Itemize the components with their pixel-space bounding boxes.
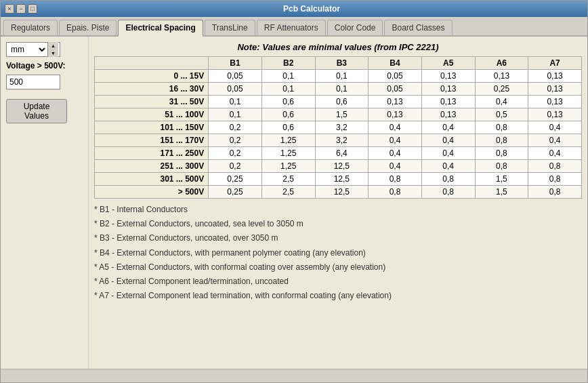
value-cell: 6,4 [315, 147, 369, 160]
table-row: 0 ... 15V0,050,10,10,050,130,130,13 [95, 70, 582, 83]
value-cell: 0,2 [209, 160, 262, 173]
window: × − □ Pcb Calculator Regulators Epais. P… [0, 0, 588, 383]
range-cell: 51 ... 100V [95, 108, 209, 121]
content-area: mm inch ▲ ▼ Voltage > 500V: Update Value… [1, 37, 587, 369]
range-cell: 16 ... 30V [95, 83, 209, 96]
close-button[interactable]: × [5, 4, 14, 14]
value-cell: 0,4 [421, 147, 475, 160]
unit-select-input[interactable]: mm inch [7, 44, 47, 55]
value-cell: 0,25 [475, 83, 528, 96]
col-header-range [95, 57, 209, 70]
value-cell: 0,8 [369, 186, 422, 199]
value-cell: 0,4 [475, 96, 528, 108]
value-cell: 0,4 [421, 160, 475, 173]
range-cell: 31 ... 50V [95, 96, 209, 108]
table-row: 31 ... 50V0,10,60,60,130,130,40,13 [95, 96, 582, 108]
table-row: 301 ... 500V0,252,512,50,80,81,50,8 [95, 173, 582, 186]
value-cell: 1,5 [475, 186, 528, 199]
value-cell: 0,8 [475, 121, 528, 134]
value-cell: 0,8 [528, 173, 582, 186]
value-cell: 0,13 [528, 108, 582, 121]
range-cell: 101 ... 150V [95, 121, 209, 134]
value-cell: 0,4 [369, 134, 422, 147]
range-cell: 151 ... 170V [95, 134, 209, 147]
value-cell: 2,5 [261, 173, 315, 186]
value-cell: 0,05 [209, 70, 262, 83]
title-bar-buttons: × − □ [5, 4, 37, 14]
value-cell: 0,8 [528, 186, 582, 199]
value-cell: 0,2 [209, 134, 262, 147]
value-cell: 0,4 [369, 160, 422, 173]
unit-spinner: ▲ ▼ [47, 42, 58, 57]
value-cell: 0,25 [209, 186, 262, 199]
value-cell: 0,2 [209, 121, 262, 134]
minimize-button[interactable]: − [16, 4, 26, 14]
value-cell: 0,13 [421, 96, 475, 108]
value-cell: 1,25 [261, 134, 315, 147]
tab-regulators[interactable]: Regulators [3, 20, 58, 35]
tab-electrical-spacing[interactable]: Electrical Spacing [118, 20, 203, 37]
value-cell: 1,25 [261, 160, 315, 173]
value-cell: 3,2 [315, 121, 369, 134]
value-cell: 0,05 [369, 83, 422, 96]
note-line: * A6 - External Component lead/terminati… [94, 275, 582, 289]
tab-bar: Regulators Epais. Piste Electrical Spaci… [1, 17, 587, 37]
table-row: 251 ... 300V0,21,2512,50,40,40,80,8 [95, 160, 582, 173]
range-cell: > 500V [95, 186, 209, 199]
value-cell: 0,13 [421, 108, 475, 121]
voltage-input[interactable] [6, 75, 60, 89]
col-header-b3: B3 [315, 57, 369, 70]
note-line: * B2 - External Conductors, uncoated, se… [94, 217, 582, 231]
value-cell: 0,13 [369, 108, 422, 121]
table-row: 151 ... 170V0,21,253,20,40,40,80,4 [95, 134, 582, 147]
col-header-a7: A7 [528, 57, 582, 70]
value-cell: 0,1 [261, 83, 315, 96]
value-cell: 0,8 [369, 173, 422, 186]
note-line: * B4 - External Conductors, with permane… [94, 246, 582, 260]
note-line: * B1 - Internal Conductors [94, 203, 582, 217]
voltage-label: Voltage > 500V: [6, 61, 83, 70]
tab-transline[interactable]: TransLine [205, 20, 255, 35]
maximize-button[interactable]: □ [28, 4, 37, 14]
value-cell: 0,1 [315, 83, 369, 96]
value-cell: 0,13 [421, 70, 475, 83]
value-cell: 0,1 [209, 96, 262, 108]
value-cell: 0,05 [209, 83, 262, 96]
value-cell: 0,4 [421, 134, 475, 147]
value-cell: 0,8 [528, 160, 582, 173]
tab-rf-attenuators[interactable]: RF Attenuators [257, 20, 326, 35]
bottom-bar [1, 369, 587, 382]
value-cell: 0,4 [369, 147, 422, 160]
value-cell: 0,6 [261, 96, 315, 108]
table-header-row: B1 B2 B3 B4 A5 A6 A7 [95, 57, 582, 70]
unit-selector[interactable]: mm inch ▲ ▼ [6, 42, 60, 57]
value-cell: 0,6 [261, 108, 315, 121]
value-cell: 0,25 [209, 173, 262, 186]
col-header-b2: B2 [261, 57, 315, 70]
value-cell: 0,1 [261, 70, 315, 83]
col-header-b1: B1 [209, 57, 262, 70]
value-cell: 0,13 [528, 70, 582, 83]
value-cell: 0,4 [528, 147, 582, 160]
value-cell: 0,13 [369, 96, 422, 108]
tab-color-code[interactable]: Color Code [327, 20, 383, 35]
value-cell: 0,8 [421, 186, 475, 199]
note-text: Note: Values are minimal values (from IP… [94, 42, 582, 52]
value-cell: 0,5 [475, 108, 528, 121]
value-cell: 12,5 [315, 186, 369, 199]
range-cell: 0 ... 15V [95, 70, 209, 83]
unit-up-button[interactable]: ▲ [48, 42, 58, 49]
value-cell: 0,13 [421, 83, 475, 96]
value-cell: 0,13 [528, 83, 582, 96]
value-cell: 0,8 [475, 160, 528, 173]
value-cell: 0,4 [528, 121, 582, 134]
update-values-button[interactable]: Update Values [6, 99, 67, 123]
unit-down-button[interactable]: ▼ [48, 49, 58, 57]
table-row: 51 ... 100V0,10,61,50,130,130,50,13 [95, 108, 582, 121]
value-cell: 0,13 [528, 96, 582, 108]
table-row: > 500V0,252,512,50,80,81,50,8 [95, 186, 582, 199]
tab-epais-piste[interactable]: Epais. Piste [59, 20, 117, 35]
value-cell: 0,4 [369, 121, 422, 134]
tab-board-classes[interactable]: Board Classes [384, 20, 452, 35]
value-cell: 1,25 [261, 147, 315, 160]
